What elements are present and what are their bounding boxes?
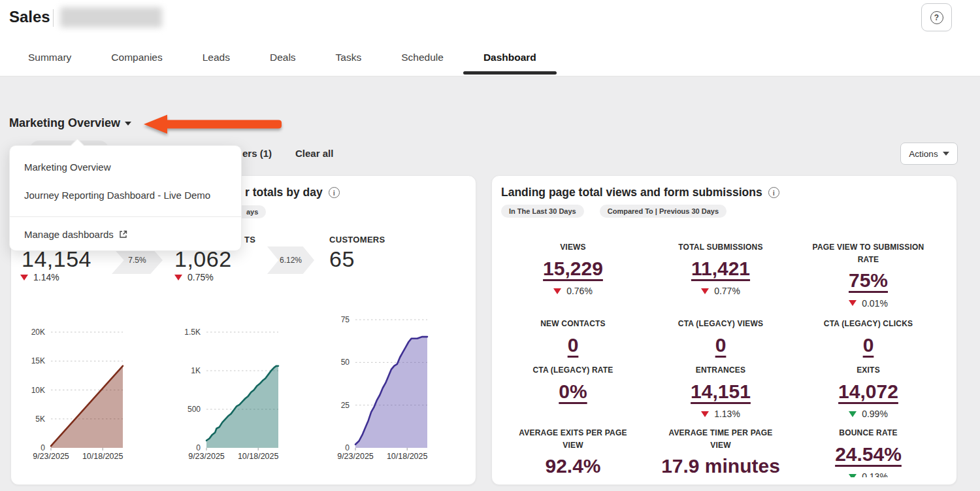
question-icon: ? [930,11,943,24]
redacted-record-name [60,7,162,27]
tab-bar: SummaryCompaniesLeadsDealsTasksScheduleD… [0,39,980,76]
svg-text:0: 0 [345,443,350,452]
metric-delta: 0.76% [499,286,647,296]
metric-cta-legacy-clicks: CTA (LEGACY) CLICKS0 [794,315,942,362]
funnel-stage2-delta: 0.75% [174,272,214,282]
area-chart-customers: 02550759/23/202510/18/2025 [318,311,436,468]
metric-delta: 0.01% [794,298,942,309]
annotation-arrow [141,112,284,136]
dropdown-item-1[interactable]: Marketing Overview [24,161,111,173]
manage-dashboards-label: Manage dashboards [24,229,114,240]
metric-label: CTA (LEGACY) VIEWS [661,318,781,330]
triangle-down-red-icon [20,275,28,280]
metric-delta-value: 0.99% [862,409,888,419]
metric-entrances: ENTRANCES14,1511.13% [647,362,794,424]
date-range-badge-2: Compared To | Previous 30 Days [600,205,727,218]
metric-value[interactable]: 0 [499,334,647,357]
tab-deals[interactable]: Deals [270,52,296,63]
metric-value[interactable]: 14,072 [794,381,942,403]
metric-delta: 1.13% [647,409,794,419]
svg-text:0: 0 [196,443,201,452]
triangle-down-green-icon [849,411,857,417]
triangle-down-red-icon [174,275,182,280]
svg-text:9/23/2025: 9/23/2025 [188,452,225,461]
metric-value[interactable]: 75% [794,269,942,292]
triangle-down-red-icon [701,288,709,294]
tab-schedule[interactable]: Schedule [401,52,444,63]
dropdown-item-2[interactable]: Journey Reporting Dashboard - Live Demo [24,190,210,201]
metric-value[interactable]: 0 [647,334,794,357]
metric-label: AVERAGE TIME PER PAGE VIEW [661,427,781,451]
metric-label: NEW CONTACTS [513,318,634,330]
svg-text:15K: 15K [31,356,45,365]
metric-label: ENTRANCES [661,364,781,377]
triangle-down-red-icon [553,288,561,294]
area-chart-contacts: 05001K1.5K9/23/202510/18/2025 [169,311,287,468]
svg-text:25: 25 [341,401,350,410]
metric-label: AVERAGE EXITS PER PAGE VIEW [513,427,634,451]
actions-button-label: Actions [909,149,938,159]
funnel-card-title-fragment: r totals by day [245,186,323,199]
funnel-conversion-1: 7.5% [128,256,146,265]
svg-text:9/23/2025: 9/23/2025 [337,452,374,461]
dropdown-item-manage-dashboards[interactable]: Manage dashboards [24,229,127,240]
metric-cta-legacy-views: CTA (LEGACY) VIEWS0 [647,315,794,362]
metric-value[interactable]: 24.54% [794,443,942,466]
app-title: Sales [9,8,50,26]
external-link-icon [119,230,127,239]
actions-button[interactable]: Actions [900,143,958,165]
svg-text:20K: 20K [31,328,45,337]
metric-value[interactable]: 11,421 [647,258,794,280]
metric-label: TOTAL SUBMISSIONS [661,241,781,254]
metric-label: PAGE VIEW TO SUBMISSION RATE [808,241,929,265]
metric-delta-value: 0.76% [566,286,593,296]
metric-delta-value: 0.77% [714,286,740,296]
tab-companies[interactable]: Companies [111,52,162,63]
svg-text:10/18/2025: 10/18/2025 [82,452,123,461]
metric-value[interactable]: 0 [794,334,942,357]
info-icon[interactable]: i [329,187,340,198]
funnel-conversion-2: 6.12% [280,256,302,265]
area-chart-stage1: 05K10K15K20K9/23/202510/18/2025 [14,311,131,468]
metric-total-submissions: TOTAL SUBMISSIONS11,4210.77% [647,239,794,315]
tab-tasks[interactable]: Tasks [336,52,362,63]
svg-text:500: 500 [188,405,201,414]
help-button[interactable]: ? [921,3,952,31]
svg-text:9/23/2025: 9/23/2025 [33,452,69,461]
svg-text:75: 75 [341,315,350,324]
filters-count-label[interactable]: ers (1) [242,148,272,159]
info-icon[interactable]: i [768,187,779,198]
metric-value[interactable]: 15,229 [499,258,647,280]
metric-value[interactable]: 14,151 [647,381,794,403]
metric-value[interactable]: 0% [499,381,647,403]
triangle-down-red-icon [701,411,709,417]
metrics-grid: VIEWS15,2290.76%TOTAL SUBMISSIONS11,4210… [499,239,949,482]
dropdown-divider [10,216,241,217]
clear-all-button[interactable]: Clear all [295,148,333,159]
funnel-stage2-label-fragment: TS [244,235,255,245]
card-bottom-clip [493,477,956,484]
dashboard-selector[interactable]: Marketing Overview [9,116,131,130]
landing-page-card-title: Landing page total views and form submis… [501,186,779,199]
landing-page-card-title-text: Landing page total views and form submis… [501,186,762,199]
metric-bounce-rate: BOUNCE RATE24.54%0.13% [794,424,942,482]
funnel-conversion-chevron-2: 6.12% [267,246,314,274]
funnel-stage2-delta-value: 0.75% [188,272,214,282]
screen: Sales ? SummaryCompaniesLeadsDealsTasksS… [0,0,980,491]
tab-summary[interactable]: Summary [28,52,71,63]
tab-leads[interactable]: Leads [203,52,230,63]
landing-page-card: Landing page total views and form submis… [491,175,957,485]
chevron-down-icon [943,152,949,156]
funnel-stage3-label: CUSTOMERS [329,235,385,245]
triangle-down-red-icon [849,300,857,306]
metric-cta-legacy-rate: CTA (LEGACY) RATE0% [499,362,647,424]
dashboard-dropdown-menu: Marketing OverviewJourney Reporting Dash… [9,145,242,251]
metric-page-view-to-submission-rate: PAGE VIEW TO SUBMISSION RATE75%0.01% [794,239,942,315]
metric-value: 17.9 minutes [647,455,794,478]
tab-dashboard[interactable]: Dashboard [483,52,536,63]
svg-text:1.5K: 1.5K [184,328,201,337]
date-range-badge-1: In The Last 30 Days [501,205,584,218]
svg-text:5K: 5K [35,415,45,424]
metric-views: VIEWS15,2290.76% [499,239,647,315]
metric-average-exits-per-page-view: AVERAGE EXITS PER PAGE VIEW92.4% [499,424,647,482]
